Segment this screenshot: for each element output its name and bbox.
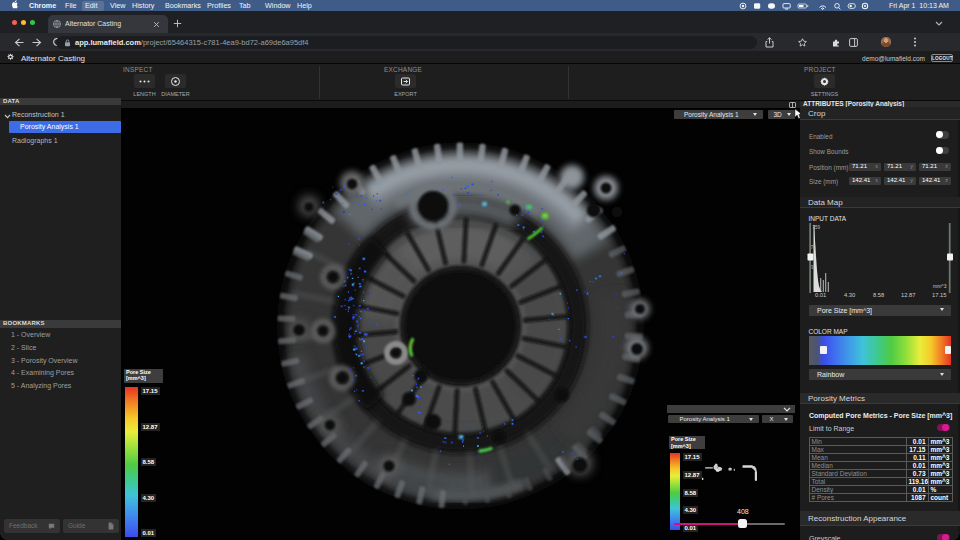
svg-text:359: 359 — [813, 224, 821, 229]
svg-text:mm^3: mm^3 — [933, 283, 947, 289]
svg-text:76: 76 — [811, 245, 817, 250]
